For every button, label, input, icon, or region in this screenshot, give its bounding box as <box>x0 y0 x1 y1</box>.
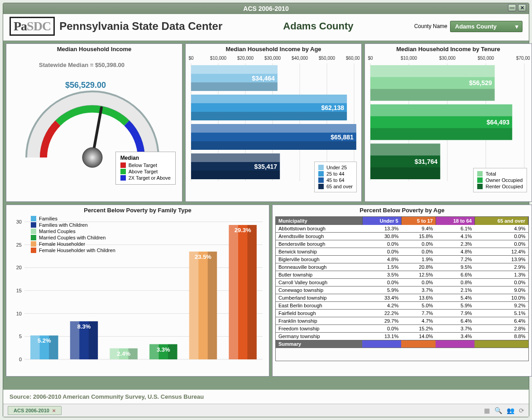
app-window: ACS 2006-2010 — ✕ PaSDC Pennsylvania Sta… <box>3 3 529 417</box>
legend-income-by-age: Under 2525 to 4445 to 6465 and over <box>314 162 357 192</box>
svg-text:5.2%: 5.2% <box>38 337 51 344</box>
table-row[interactable]: Carroll Valley borough0.0%0.0%0.8%0.0% <box>276 279 528 286</box>
zoom-icon[interactable]: 🔍 <box>494 407 502 414</box>
svg-text:$64,493: $64,493 <box>487 119 510 126</box>
table-row[interactable]: Fairfield borough22.2%7.7%7.9%5.1% <box>276 310 528 317</box>
table-row[interactable]: Abbottstown borough13.3%9.4%6.1%4.9% <box>276 225 528 233</box>
svg-rect-29 <box>191 153 280 162</box>
svg-text:$31,764: $31,764 <box>415 158 438 165</box>
svg-text:$62,138: $62,138 <box>321 104 345 111</box>
svg-text:25: 25 <box>16 242 22 248</box>
sheet-tab[interactable]: ACS 2006-2010✕ <box>8 406 62 415</box>
svg-rect-18 <box>191 82 278 91</box>
svg-text:$10,000: $10,000 <box>210 56 227 61</box>
svg-rect-22 <box>191 112 347 120</box>
poverty-table: MunicipalityUnder 55 to 1718 to 6465 and… <box>276 217 528 348</box>
svg-rect-44 <box>370 89 495 100</box>
svg-text:$30,000: $30,000 <box>264 56 281 61</box>
svg-rect-21 <box>191 95 347 103</box>
table-row[interactable]: Germany township13.1%14.0%3.4%8.8% <box>276 333 528 340</box>
svg-rect-51 <box>370 143 440 155</box>
svg-text:$0: $0 <box>188 56 194 61</box>
svg-text:29.3%: 29.3% <box>235 227 251 234</box>
table-row[interactable]: Conewago township5.9%3.7%2.1%9.0% <box>276 286 528 294</box>
svg-rect-52 <box>370 167 440 179</box>
minimize-button[interactable]: — <box>508 4 516 11</box>
poverty-table-scroll[interactable]: MunicipalityUnder 55 to 1718 to 6465 and… <box>275 216 529 361</box>
statewide-median-label: Statewide Median = $50,398.00 <box>39 62 125 68</box>
panel-title: Median Household Income <box>6 44 182 53</box>
svg-text:3.3%: 3.3% <box>157 346 170 353</box>
source-footer: Source: 2006-2010 American Community Sur… <box>3 390 529 404</box>
table-row[interactable]: Freedom township0.0%15.2%3.7%2.8% <box>276 325 528 333</box>
panel-poverty-family: Percent Below Poverty by Family Type0510… <box>6 205 269 377</box>
svg-text:$56,529: $56,529 <box>469 79 492 86</box>
svg-text:0: 0 <box>19 357 22 362</box>
svg-rect-26 <box>191 141 356 150</box>
app-header: PaSDC Pennsylvania State Data Center Ada… <box>3 14 529 41</box>
table-row[interactable]: Bendersville borough0.0%0.0%2.3%0.0% <box>276 240 528 248</box>
table-row[interactable]: Biglerville borough4.8%1.9%7.2%13.9% <box>276 256 528 263</box>
svg-point-1 <box>82 148 102 167</box>
svg-text:$50,000: $50,000 <box>478 56 494 61</box>
people-icon[interactable]: 👥 <box>507 407 514 414</box>
svg-text:$0: $0 <box>368 56 373 61</box>
svg-rect-17 <box>191 65 278 74</box>
svg-rect-48 <box>370 128 512 140</box>
svg-rect-90 <box>247 225 256 359</box>
svg-text:$65,881: $65,881 <box>331 134 354 141</box>
svg-rect-47 <box>370 105 512 116</box>
close-tab-icon[interactable]: ✕ <box>52 408 56 413</box>
county-heading: Adams County <box>227 20 409 32</box>
svg-rect-89 <box>229 225 238 359</box>
panel-title: Median Household Income by Tenure <box>365 44 532 53</box>
svg-rect-43 <box>370 65 495 77</box>
svg-text:$40,000: $40,000 <box>292 56 308 61</box>
panel-title: Percent Below Poverty by Age <box>273 205 532 215</box>
svg-text:15: 15 <box>16 288 22 293</box>
refresh-icon[interactable]: ⟳ <box>519 407 524 414</box>
window-titlebar: ACS 2006-2010 — ✕ <box>3 3 529 14</box>
county-select-label: County Name <box>414 23 447 29</box>
close-button[interactable]: ✕ <box>518 4 526 11</box>
svg-rect-85 <box>189 252 198 359</box>
table-row[interactable]: Cumberland township33.4%13.6%5.4%10.0% <box>276 294 528 302</box>
county-select[interactable]: Adams County <box>450 21 522 32</box>
legend-poverty-family: FamiliesFamilies with ChildrenMarried Co… <box>31 215 115 254</box>
svg-rect-86 <box>208 252 217 359</box>
panel-income-by-tenure: Median Household Income by Tenure $0$10,… <box>364 43 532 202</box>
svg-text:$60,000: $60,000 <box>346 56 359 61</box>
panel-median-income: Median Household Income Statewide Median… <box>6 43 182 202</box>
table-row[interactable]: Arendtsville borough30.8%15.8%4.1%0.0% <box>276 233 528 240</box>
table-row[interactable]: Franklin township29.7%4.7%6.4%6.4% <box>276 317 528 325</box>
gauge-legend: Median Below TargetAbove Target2X Target… <box>115 152 176 185</box>
svg-rect-25 <box>191 124 356 133</box>
svg-text:20: 20 <box>16 265 22 270</box>
summary-row[interactable]: Summary <box>276 340 528 348</box>
grid-icon[interactable]: ▦ <box>484 407 490 414</box>
panel-poverty-age: Percent Below Poverty by AgeMunicipality… <box>272 205 532 377</box>
svg-text:5: 5 <box>19 334 22 339</box>
svg-text:$20,000: $20,000 <box>237 56 254 61</box>
svg-text:$50,000: $50,000 <box>319 56 335 61</box>
svg-text:$30,000: $30,000 <box>439 56 456 61</box>
panel-income-by-age: Median Household Income by Age $0$10,000… <box>185 43 362 202</box>
panel-title: Percent Below Poverty by Family Type <box>6 205 269 215</box>
svg-text:$70,000: $70,000 <box>516 56 530 61</box>
window-title: ACS 2006-2010 <box>243 5 288 12</box>
svg-text:2.4%: 2.4% <box>117 350 130 357</box>
svg-text:$10,000: $10,000 <box>401 56 417 61</box>
table-row[interactable]: Berwick township0.0%0.0%4.8%12.4% <box>276 248 528 256</box>
table-row[interactable]: Butler township3.5%12.5%6.6%1.3% <box>276 271 528 279</box>
svg-text:$34,464: $34,464 <box>252 75 275 82</box>
svg-text:23.5%: 23.5% <box>195 253 211 260</box>
svg-rect-30 <box>191 171 280 179</box>
app-title: Pennsylvania State Data Center <box>59 20 222 33</box>
svg-text:8.3%: 8.3% <box>77 323 91 330</box>
table-row[interactable]: East Berlin borough4.2%5.0%5.9%9.2% <box>276 302 528 310</box>
table-row[interactable]: Bonneauville borough1.5%20.8%9.5%2.9% <box>276 263 528 271</box>
logo: PaSDC <box>10 17 55 36</box>
legend-income-by-tenure: TotalOwner OccupiedRenter Occupied <box>473 168 527 192</box>
svg-text:$35,417: $35,417 <box>254 163 278 170</box>
bottom-tab-bar: ACS 2006-2010✕ ▦ 🔍 👥 ⟳ <box>3 404 529 417</box>
